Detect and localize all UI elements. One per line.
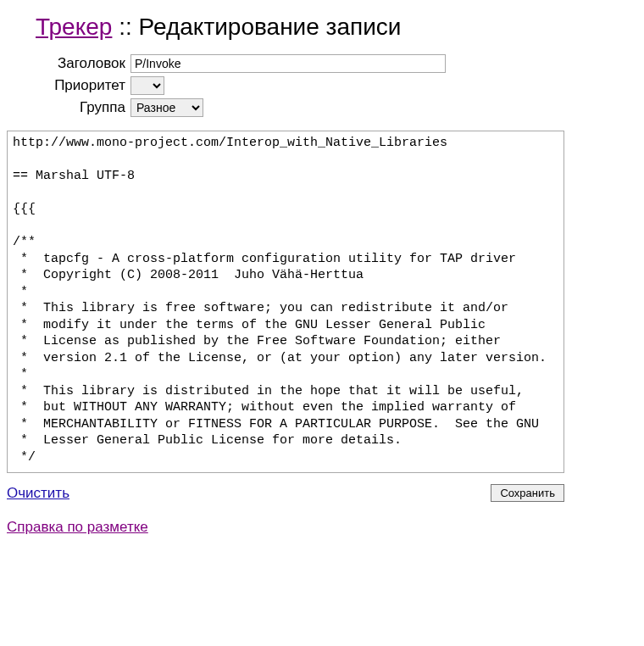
clear-link[interactable]: Очистить — [7, 485, 69, 502]
title-row: Заголовок — [7, 54, 637, 73]
group-row: Группа Разное — [7, 98, 637, 117]
actions-row: Очистить Сохранить — [7, 484, 564, 502]
header-separator: :: — [112, 14, 138, 40]
title-label: Заголовок — [7, 55, 130, 72]
priority-select[interactable] — [130, 76, 164, 95]
priority-row: Приоритет — [7, 76, 637, 95]
tracker-link[interactable]: Трекер — [36, 14, 112, 40]
save-button[interactable]: Сохранить — [491, 484, 564, 502]
page-title: Редактирование записи — [139, 14, 402, 40]
markup-help: Справка по разметке — [7, 519, 637, 536]
page-header: Трекер :: Редактирование записи — [36, 14, 637, 41]
priority-label: Приоритет — [7, 77, 130, 94]
markup-help-link[interactable]: Справка по разметке — [7, 519, 148, 535]
group-select[interactable]: Разное — [130, 98, 203, 117]
title-input[interactable] — [130, 54, 446, 73]
group-label: Группа — [7, 99, 130, 116]
body-textarea[interactable] — [7, 131, 564, 473]
